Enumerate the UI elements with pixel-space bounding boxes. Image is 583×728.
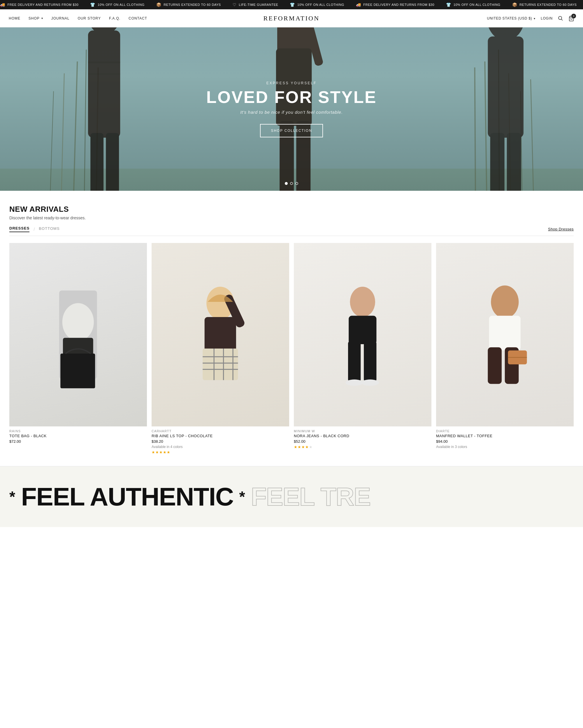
svg-point-52 <box>491 286 519 318</box>
svg-rect-47 <box>349 316 376 344</box>
carousel-dot-1[interactable] <box>285 182 288 185</box>
product-meta: Available in 4 colors <box>151 445 289 449</box>
announcement-item: 📦 RETURNS EXTENDED TO 60 DAYS <box>512 2 577 7</box>
product-card[interactable]: DIARTE MANFRED WALLET - TOFFEE $94.00 Av… <box>436 243 574 454</box>
product-card[interactable]: RAINS TOTE BAG - BLACK $72.00 <box>9 243 147 454</box>
announcement-item: 📦 RETURNS EXTENDED TO 60 DAYS <box>156 2 221 7</box>
svg-point-0 <box>558 16 562 20</box>
hero-content: EXPRESS YOURSELF LOVED FOR STYLE It's ha… <box>206 81 377 137</box>
svg-rect-31 <box>507 133 521 191</box>
announcement-item: 👕 10% OFF ON ALL CLOTHING <box>90 2 144 7</box>
heart-icon: ♡ <box>232 2 237 7</box>
nav-faq[interactable]: F.A.Q. <box>109 16 120 20</box>
delivery-icon: 🚚 <box>0 2 5 7</box>
section-subtitle: Discover the latest ready-to-wear dresse… <box>9 215 574 220</box>
announcement-item: ♡ LIFE-TIME GUARANTEE <box>232 2 278 7</box>
nav-journal[interactable]: JOURNAL <box>51 16 70 20</box>
product-meta: Available in 3 colors <box>436 445 574 449</box>
carousel-dot-2[interactable] <box>290 182 293 185</box>
feel-authentic-section: * FEEL AUTHENTIC * FEEL TRE <box>0 466 583 527</box>
svg-rect-20 <box>88 61 120 63</box>
announcement-bar: 🚚 FREE DELIVERY AND RETURNS FROM $30 👕 1… <box>0 0 583 9</box>
announcement-text: 10% OFF ON ALL CLOTHING <box>98 3 145 6</box>
announcement-track: 🚚 FREE DELIVERY AND RETURNS FROM $30 👕 1… <box>0 2 583 7</box>
tab-bottoms[interactable]: BOTTOMS <box>39 226 59 232</box>
product-image <box>436 243 574 426</box>
product-card[interactable]: MINIMUM W NORA JEANS - BLACK CORD $52.00… <box>294 243 432 454</box>
announcement-item: 👕 10% OFF ON ALL CLOTHING <box>290 2 344 7</box>
cart-button[interactable]: 0 <box>568 16 574 21</box>
product-brand: CARHARTT <box>151 429 289 433</box>
nav-right: UNITED STATES (USD $) ▾ LOGIN 0 <box>487 16 574 21</box>
chevron-down-icon: ▾ <box>41 17 43 20</box>
svg-rect-21 <box>88 74 120 75</box>
feel-authentic-text: FEEL AUTHENTIC <box>21 484 233 510</box>
svg-rect-19 <box>106 133 119 191</box>
section-title: NEW ARRIVALS <box>9 205 574 214</box>
product-grid: RAINS TOTE BAG - BLACK $72.00 <box>9 243 574 454</box>
navigation: HOME SHOP ▾ JOURNAL OUR STORY F.A.Q. CON… <box>0 9 583 27</box>
announcement-text: FREE DELIVERY AND RETURNS FROM $30 <box>7 3 79 6</box>
product-name: MANFRED WALLET - TOFFEE <box>436 434 574 438</box>
tabs-row: DRESSES / BOTTOMS Shop Dresses <box>9 226 574 236</box>
nav-login[interactable]: LOGIN <box>541 16 553 20</box>
svg-point-50 <box>346 380 363 386</box>
nav-region-selector[interactable]: UNITED STATES (USD $) ▾ <box>487 16 535 20</box>
product-price: $38.20 <box>151 439 289 444</box>
svg-point-46 <box>350 287 376 317</box>
carousel-dot-3[interactable] <box>295 182 298 185</box>
hero-title: LOVED FOR STYLE <box>206 89 377 106</box>
tab-divider: / <box>33 227 35 232</box>
nav-our-story[interactable]: OUR STORY <box>78 16 101 20</box>
svg-rect-49 <box>364 341 376 382</box>
product-price: $72.00 <box>9 439 147 444</box>
product-brand: RAINS <box>9 429 147 433</box>
announcement-text: RETURNS EXTENDED TO 60 DAYS <box>520 3 577 6</box>
delivery-icon: 🚚 <box>356 2 361 7</box>
feel-outline-text: FEEL TRE <box>251 484 370 510</box>
product-image <box>9 243 147 426</box>
svg-rect-53 <box>489 316 521 350</box>
chevron-down-icon: ▾ <box>534 17 535 20</box>
svg-rect-29 <box>488 36 523 138</box>
product-name: TOTE BAG - BLACK <box>9 434 147 438</box>
nav-contact[interactable]: CONTACT <box>129 16 147 20</box>
feel-content: * FEEL AUTHENTIC * FEEL TRE <box>9 484 370 510</box>
product-image <box>151 243 289 426</box>
product-price: $52.00 <box>294 439 432 444</box>
svg-rect-54 <box>488 347 502 384</box>
svg-rect-17 <box>88 31 120 138</box>
search-button[interactable] <box>558 16 563 21</box>
announcement-text: 10% OFF ON ALL CLOTHING <box>453 3 500 6</box>
clothing-icon: 👕 <box>446 2 451 7</box>
hero-subtitle: It's hard to be nice if you don't feel c… <box>206 110 377 114</box>
hero-eyebrow: EXPRESS YOURSELF <box>206 81 377 85</box>
product-brand: MINIMUM W <box>294 429 432 433</box>
shop-collection-button[interactable]: SHOP COLLECTION <box>260 124 323 137</box>
product-card[interactable]: CARHARTT RIB AINE LS TOP - CHOCOLATE $38… <box>151 243 289 454</box>
announcement-item: 🚚 FREE DELIVERY AND RETURNS FROM $30 <box>356 2 434 7</box>
announcement-text: FREE DELIVERY AND RETURNS FROM $30 <box>363 3 434 6</box>
product-rating: ★★★★★ <box>294 445 432 449</box>
tab-dresses[interactable]: DRESSES <box>9 226 29 232</box>
svg-point-33 <box>62 303 94 341</box>
announcement-item: 🚚 FREE DELIVERY AND RETURNS FROM $30 <box>0 2 78 7</box>
product-price: $94.00 <box>436 439 574 444</box>
clothing-icon: 👕 <box>290 2 295 7</box>
nav-home[interactable]: HOME <box>9 16 20 20</box>
svg-rect-38 <box>205 317 236 352</box>
cart-count: 0 <box>571 14 576 18</box>
nav-left: HOME SHOP ▾ JOURNAL OUR STORY F.A.Q. CON… <box>9 16 147 20</box>
svg-rect-18 <box>90 133 104 191</box>
svg-rect-48 <box>348 341 361 382</box>
clothing-icon: 👕 <box>90 2 95 7</box>
site-logo[interactable]: REFORMATION <box>263 15 320 22</box>
nav-shop[interactable]: SHOP ▾ <box>29 16 43 20</box>
returns-icon: 📦 <box>156 2 162 7</box>
shop-dresses-link[interactable]: Shop Dresses <box>548 227 574 231</box>
announcement-text: 10% OFF ON ALL CLOTHING <box>297 3 344 6</box>
svg-line-1 <box>561 19 563 20</box>
product-image <box>294 243 432 426</box>
asterisk-icon: * <box>9 489 15 504</box>
product-name: NORA JEANS - BLACK CORD <box>294 434 432 438</box>
